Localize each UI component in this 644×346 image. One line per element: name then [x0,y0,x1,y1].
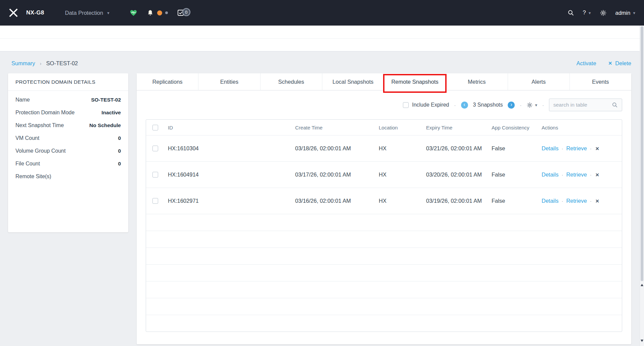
scroll-down-icon[interactable] [641,340,643,342]
remove-snapshot-icon[interactable]: ✕ [595,172,599,178]
detail-value: SO-TEST-02 [91,97,121,103]
tab-replications[interactable]: Replications [137,73,198,90]
detail-row-file-count: File Count 0 [15,157,121,170]
tab-label: Remote Snapshots [391,79,438,85]
details-link[interactable]: Details [542,145,558,152]
breadcrumb-summary-link[interactable]: Summary [11,60,35,67]
detail-label: Volume Group Count [15,148,65,154]
app-consistency: False [488,171,538,178]
row-actions: Details · Retrieve · ✕ [538,145,622,152]
tab-schedules[interactable]: Schedules [260,73,322,90]
retrieve-link[interactable]: Retrieve [566,145,587,152]
tab-local-snapshots[interactable]: Local Snapshots [322,73,384,90]
task-count-badge[interactable]: 0 [182,8,190,16]
row-checkbox[interactable] [152,172,158,178]
table-search-box [549,99,622,111]
delete-button[interactable]: ✕ Delete [608,60,631,67]
details-link[interactable]: Details [542,198,558,204]
retrieve-link[interactable]: Retrieve [566,171,587,178]
breadcrumb-chevron-icon: › [40,61,42,66]
vertical-scrollbar[interactable] [640,26,644,346]
header-status-icons: 0 [130,9,184,17]
details-link[interactable]: Details [542,171,558,178]
tab-alerts[interactable]: Alerts [508,73,569,90]
header-right-controls: ? ▾ admin ▾ [567,9,635,16]
breadcrumb: Summary › SO-TEST-02 [11,60,78,67]
tab-metrics[interactable]: Metrics [446,73,507,90]
tab-label: Replications [152,79,183,85]
close-icon: ✕ [608,61,612,66]
remove-snapshot-icon[interactable]: ✕ [595,146,599,151]
column-header-id: ID [165,125,292,130]
column-header-create-time: Create Time [292,125,375,130]
details-panel-title: PROTECTION DOMAIN DETAILS [8,73,128,91]
toolbar-separator-dot: · [542,102,544,108]
include-expired-checkbox[interactable] [403,102,409,108]
scrolled-content-remnant [0,26,644,51]
notification-dot[interactable] [165,11,168,14]
expiry-time: 03/21/26, 02:00:01 AM [426,145,482,151]
pagination-next-button[interactable]: › [508,102,515,109]
tab-bar: Replications Entities Schedules Local Sn… [137,73,631,90]
detail-value: Inactive [101,110,121,116]
detail-value: 0 [118,148,121,154]
empty-table-row [146,298,622,315]
detail-row-name: Name SO-TEST-02 [15,93,121,106]
settings-gear-icon[interactable] [600,9,607,16]
detail-value: No Schedule [89,122,121,128]
search-icon[interactable] [567,9,574,16]
tab-label: Entities [220,79,238,85]
empty-table-row [146,247,622,264]
detail-row-mode: Protection Domain Mode Inactive [15,106,121,119]
remove-snapshot-icon[interactable]: ✕ [595,198,599,204]
tab-label: Metrics [468,79,486,85]
create-time: 03/18/26, 02:00:01 AM [292,145,375,152]
page-actions: Activate ✕ Delete [577,60,631,67]
protection-domain-details-panel: PROTECTION DOMAIN DETAILS Name SO-TEST-0… [8,73,128,232]
tab-entities[interactable]: Entities [198,73,260,90]
nav-menu-data-protection[interactable]: Data Protection ▾ [65,10,109,16]
tasks-icon[interactable]: 0 [177,9,184,16]
snapshots-panel: Replications Entities Schedules Local Sn… [137,73,631,344]
empty-table-row [146,264,622,281]
retrieve-link[interactable]: Retrieve [566,198,587,204]
detail-value: 0 [118,135,121,141]
row-checkbox[interactable] [152,198,158,204]
table-row: HX:1602971 03/16/26, 02:00:01 AM HX 03/1… [146,188,622,214]
column-header-actions: Actions [538,125,622,130]
table-toolbar: Include Expired · ‹ 3 Snapshots › · ▾ · [137,90,631,119]
pagination-prev-button[interactable]: ‹ [461,102,468,109]
user-menu[interactable]: admin ▾ [615,10,635,16]
detail-row-remote-sites: Remote Site(s) [15,170,121,183]
health-heart-icon[interactable] [130,9,137,17]
detail-row-volume-group-count: Volume Group Count 0 [15,145,121,157]
snapshot-id: HX:1604914 [165,171,292,178]
detail-value: 0 [118,161,121,167]
row-checkbox[interactable] [152,146,158,151]
tab-events[interactable]: Events [569,73,631,90]
remote-snapshots-table: ID Create Time Location Expiry Time App … [146,119,622,332]
location: HX [375,145,423,152]
detail-label: Remote Site(s) [15,174,51,180]
action-separator-dot: · [590,146,592,151]
include-expired-control[interactable]: Include Expired [403,102,449,108]
detail-row-next-snapshot: Next Snapshot Time No Schedule [15,119,121,132]
tab-remote-snapshots[interactable]: Remote Snapshots [384,73,446,90]
alerts-bell-icon[interactable] [147,9,154,16]
scrollbar-thumb[interactable] [641,26,643,281]
alert-indicator-dot[interactable] [157,10,162,15]
snapshot-count-label: 3 Snapshots [473,102,503,108]
nav-menu-label: Data Protection [65,10,103,16]
chevron-down-icon: ▾ [107,11,109,15]
table-settings-menu[interactable]: ▾ [526,102,537,108]
table-gear-icon [526,102,533,108]
scroll-up-icon[interactable] [641,284,643,286]
help-menu[interactable]: ? ▾ [583,9,591,16]
action-separator-dot: · [590,172,592,178]
table-search-input[interactable] [553,102,609,108]
select-all-checkbox[interactable] [152,125,158,130]
app-consistency: False [488,145,538,152]
action-separator-dot: · [561,146,563,151]
nutanix-logo[interactable] [9,8,18,17]
activate-button[interactable]: Activate [577,60,596,67]
